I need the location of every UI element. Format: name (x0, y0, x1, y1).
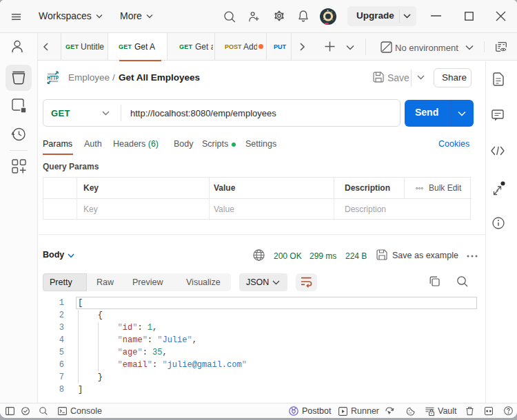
svg-text:HTTP: HTTP (47, 74, 59, 81)
